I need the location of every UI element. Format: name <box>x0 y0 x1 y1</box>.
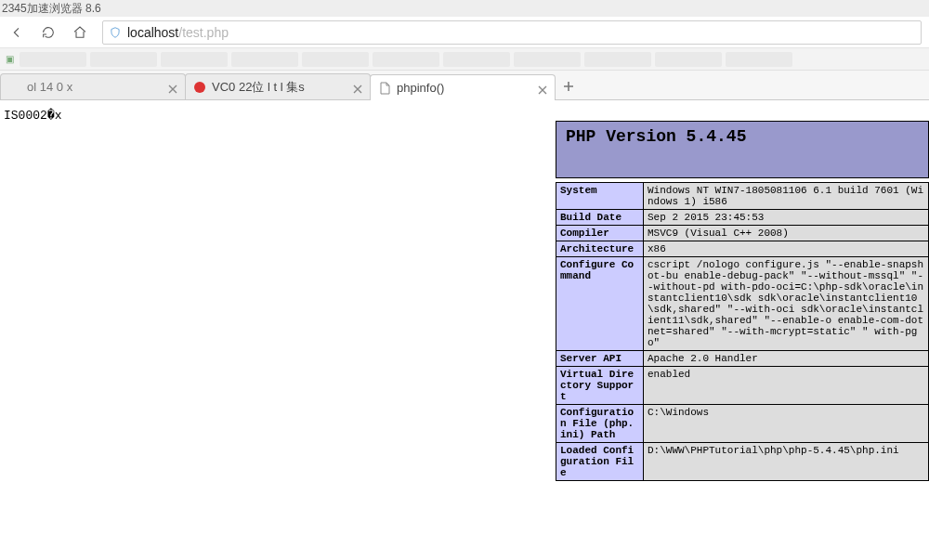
phpinfo-key: Configure Command <box>556 257 644 351</box>
phpinfo-key: Compiler <box>556 226 644 241</box>
phpinfo-table: SystemWindows NT WIN7-1805081106 6.1 bui… <box>556 182 929 481</box>
bookmark-item[interactable] <box>655 52 722 67</box>
window-title-bar: 2345加速浏览器 8.6 <box>0 0 929 17</box>
phpinfo-key: Virtual Directory Support <box>556 367 644 405</box>
close-icon <box>168 85 177 94</box>
home-icon <box>72 25 87 40</box>
page-favicon-icon <box>378 82 391 95</box>
url-path: /test.php <box>178 25 229 40</box>
phpinfo-value: Sep 2 2015 23:45:53 <box>644 210 929 226</box>
new-tab-button[interactable] <box>555 73 582 99</box>
back-button[interactable] <box>7 23 26 42</box>
bookmark-item[interactable] <box>514 52 581 67</box>
phpinfo-value: MSVC9 (Visual C++ 2008) <box>644 226 929 241</box>
favicon-icon <box>193 81 206 94</box>
phpinfo-value: x86 <box>644 241 929 257</box>
phpinfo-value: enabled <box>644 367 929 405</box>
tab-2-active[interactable]: phpinfo() <box>370 74 556 100</box>
bookmark-item[interactable] <box>584 52 651 67</box>
tab-label: VC0 22位 l t l 集s <box>212 79 347 96</box>
url-domain: localhost <box>127 25 178 40</box>
phpinfo-key: Build Date <box>556 210 644 226</box>
bookmarks-bar: ▣ <box>0 48 929 71</box>
phpinfo-key: Configuration File (php.ini) Path <box>556 405 644 443</box>
close-icon <box>353 85 362 94</box>
table-row: Loaded Configuration FileD:\WWW\PHPTutor… <box>556 443 929 481</box>
svg-point-0 <box>194 82 205 93</box>
nav-toolbar: localhost/test.php <box>0 17 929 48</box>
table-row: Server APIApache 2.0 Handler <box>556 351 929 367</box>
bookmark-item[interactable] <box>231 52 298 67</box>
bookmark-item[interactable] <box>443 52 510 67</box>
table-row: SystemWindows NT WIN7-1805081106 6.1 bui… <box>556 183 929 210</box>
bookmarks-icon: ▣ <box>6 54 14 64</box>
home-button[interactable] <box>71 23 89 42</box>
page-viewport: IS0002�x PHP Version 5.4.45 SystemWindow… <box>0 100 929 560</box>
tab-label: phpinfo() <box>397 81 532 95</box>
tab-label: ol 14 0 x <box>27 80 163 94</box>
phpinfo-value: D:\WWW\PHPTutorial\php\php-5.4.45\php.in… <box>644 443 929 481</box>
address-bar[interactable]: localhost/test.php <box>102 20 922 45</box>
table-row: Configuration File (php.ini) PathC:\Wind… <box>556 405 929 443</box>
reload-button[interactable] <box>39 23 58 42</box>
tab-close-button[interactable] <box>168 83 177 92</box>
tab-1[interactable]: VC0 22位 l t l 集s <box>185 73 371 99</box>
table-row: Configure Commandcscript /nologo configu… <box>556 257 929 351</box>
bookmark-item[interactable] <box>373 52 439 67</box>
tab-close-button[interactable] <box>353 83 362 92</box>
phpinfo-key: Server API <box>556 351 644 367</box>
close-icon <box>538 85 547 95</box>
blank-favicon-icon <box>8 81 21 94</box>
php-version-heading: PHP Version 5.4.45 <box>566 127 746 146</box>
back-icon <box>9 25 24 40</box>
bookmark-item[interactable] <box>726 52 792 67</box>
phpinfo-value: C:\Windows <box>644 405 929 443</box>
phpinfo-key: System <box>556 183 644 210</box>
table-row: Virtual Directory Supportenabled <box>556 367 929 405</box>
tab-close-button[interactable] <box>538 84 547 93</box>
phpinfo-block: PHP Version 5.4.45 SystemWindows NT WIN7… <box>556 121 929 481</box>
table-row: Architecturex86 <box>556 241 929 257</box>
phpinfo-key: Loaded Configuration File <box>556 443 644 481</box>
reload-icon <box>41 25 56 40</box>
tab-0[interactable]: ol 14 0 x <box>0 73 186 99</box>
table-row: Build DateSep 2 2015 23:45:53 <box>556 210 929 226</box>
window-title: 2345加速浏览器 8.6 <box>2 1 101 17</box>
phpinfo-value: cscript /nologo configure.js "--enable-s… <box>644 257 929 351</box>
table-row: CompilerMSVC9 (Visual C++ 2008) <box>556 226 929 241</box>
site-shield-icon <box>109 26 122 39</box>
bookmark-item[interactable] <box>20 52 86 67</box>
phpinfo-header: PHP Version 5.4.45 <box>556 121 929 178</box>
phpinfo-value: Apache 2.0 Handler <box>644 351 929 367</box>
phpinfo-value: Windows NT WIN7-1805081106 6.1 build 760… <box>644 183 929 210</box>
phpinfo-key: Architecture <box>556 241 644 257</box>
bookmark-item[interactable] <box>90 52 157 67</box>
plus-icon <box>563 81 574 92</box>
bookmark-item[interactable] <box>161 52 228 67</box>
tab-strip: ol 14 0 x VC0 22位 l t l 集s phpinfo() <box>0 71 929 100</box>
bookmark-item[interactable] <box>302 52 369 67</box>
